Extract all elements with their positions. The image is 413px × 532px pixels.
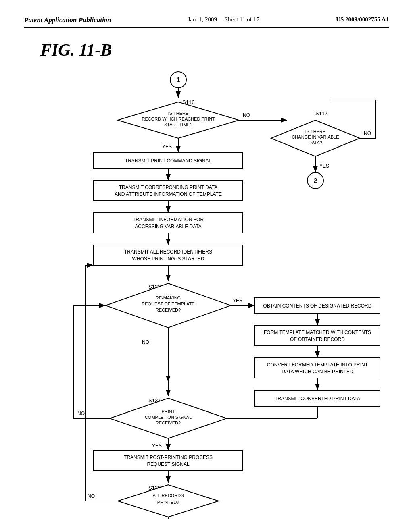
- svg-text:WHOSE PRINTING IS STARTED: WHOSE PRINTING IS STARTED: [132, 256, 204, 262]
- sheet-info: Sheet 11 of 17: [225, 16, 260, 23]
- svg-text:S117: S117: [315, 110, 327, 116]
- svg-text:TRANSMIT INFORMATION FOR: TRANSMIT INFORMATION FOR: [133, 217, 204, 222]
- svg-text:TRANSMIT PRINT COMMAND SIGNAL: TRANSMIT PRINT COMMAND SIGNAL: [125, 158, 212, 164]
- svg-text:RECEIVED?: RECEIVED?: [156, 308, 181, 312]
- svg-rect-31: [94, 181, 243, 201]
- svg-rect-64: [255, 358, 380, 378]
- publication-title: Patent Application Publication: [24, 16, 111, 24]
- svg-text:CONVERT FORMED TEMPLATE INTO P: CONVERT FORMED TEMPLATE INTO PRINT: [267, 362, 368, 368]
- svg-text:RECORD WHICH REACHED PRINT: RECORD WHICH REACHED PRINT: [142, 116, 215, 121]
- svg-text:TRANSMIT CORRESPONDING PRINT D: TRANSMIT CORRESPONDING PRINT DATA: [119, 185, 217, 190]
- svg-text:IS THERE: IS THERE: [305, 129, 326, 134]
- svg-text:DATA WHICH CAN BE PRINTED: DATA WHICH CAN BE PRINTED: [282, 369, 353, 374]
- flowchart-svg: 1 S116 IS THERE RECORD WHICH REACHED PRI…: [29, 68, 384, 519]
- svg-text:NO: NO: [77, 411, 85, 416]
- diagram-area: 1 S116 IS THERE RECORD WHICH REACHED PRI…: [24, 68, 389, 519]
- publication-date: Jan. 1, 2009: [188, 16, 217, 23]
- svg-text:COMPLETION SIGNAL: COMPLETION SIGNAL: [145, 415, 192, 420]
- svg-text:NO: NO: [243, 112, 250, 118]
- svg-text:PRINT: PRINT: [162, 409, 175, 414]
- svg-text:RECEIVED?: RECEIVED?: [156, 420, 181, 425]
- svg-text:YES: YES: [152, 443, 162, 449]
- svg-text:PRINTED?: PRINTED?: [157, 500, 179, 505]
- svg-text:ACCESSING VARIABLE DATA: ACCESSING VARIABLE DATA: [135, 224, 201, 229]
- svg-text:FORM TEMPLATE MATCHED WITH CON: FORM TEMPLATE MATCHED WITH CONTENTS: [264, 330, 371, 335]
- svg-text:TRANSMIT ALL RECORD IDENTIFIER: TRANSMIT ALL RECORD IDENTIFIERS: [124, 249, 212, 255]
- svg-text:OF OBTAINED RECORD: OF OBTAINED RECORD: [290, 337, 345, 342]
- svg-text:REQUEST OF TEMPLATE: REQUEST OF TEMPLATE: [142, 301, 194, 306]
- svg-text:NO: NO: [364, 131, 371, 136]
- svg-rect-36: [94, 213, 243, 233]
- svg-text:CHANGE IN VARIABLE: CHANGE IN VARIABLE: [292, 135, 339, 139]
- header-center: Jan. 1, 2009 Sheet 11 of 17: [188, 16, 260, 23]
- svg-text:1: 1: [177, 77, 180, 83]
- svg-text:YES: YES: [319, 163, 329, 169]
- svg-text:ALL RECORDS: ALL RECORDS: [152, 493, 184, 498]
- figure-title: FIG. 11-B: [40, 40, 389, 60]
- page: Patent Application Publication Jan. 1, 2…: [0, 0, 413, 532]
- svg-text:AND ATTRIBUTE INFORMATION OF T: AND ATTRIBUTE INFORMATION OF TEMPLATE: [115, 191, 222, 197]
- svg-text:IS THERE: IS THERE: [168, 111, 189, 116]
- svg-text:TRANSMIT POST-PRINTING PROCESS: TRANSMIT POST-PRINTING PROCESS: [124, 455, 213, 460]
- svg-text:OBTAIN CONTENTS OF DESIGNATED : OBTAIN CONTENTS OF DESIGNATED RECORD: [263, 303, 372, 309]
- svg-text:YES: YES: [233, 298, 242, 303]
- svg-text:DATA?: DATA?: [309, 140, 322, 145]
- page-header: Patent Application Publication Jan. 1, 2…: [24, 16, 389, 28]
- svg-text:TRANSMIT CONVERTED PRINT DATA: TRANSMIT CONVERTED PRINT DATA: [275, 396, 360, 401]
- svg-text:NO: NO: [142, 339, 149, 345]
- svg-text:YES: YES: [162, 144, 172, 150]
- svg-text:2: 2: [314, 177, 317, 184]
- svg-text:NO: NO: [88, 493, 95, 499]
- svg-rect-41: [94, 245, 243, 265]
- svg-text:RE-MAKING: RE-MAKING: [156, 295, 181, 300]
- patent-number: US 2009/0002755 A1: [336, 16, 389, 23]
- svg-rect-87: [94, 451, 243, 471]
- svg-rect-59: [255, 326, 380, 346]
- svg-text:START TIME?: START TIME?: [164, 122, 192, 127]
- svg-text:REQUEST SIGNAL: REQUEST SIGNAL: [147, 461, 189, 467]
